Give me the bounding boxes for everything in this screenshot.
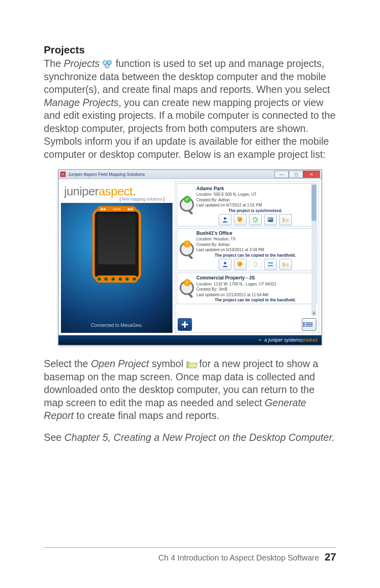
project-name: Commercial Property - JS [196, 275, 314, 281]
text: to create final maps and reports. [74, 410, 219, 421]
project-created-by: Created By: Adrian [196, 197, 314, 203]
handheld-device-icon: ◉◉mesa◉◉ [92, 208, 141, 281]
projects-word: Projects [64, 58, 102, 69]
footer-chapter: Ch 4 Introduction to Aspect Desktop Soft… [159, 553, 319, 562]
projects-icon [102, 60, 113, 69]
open-project-icon [186, 360, 196, 369]
tool-tag-button[interactable] [234, 259, 247, 270]
project-updated: Last updated on 6/7/2012 at 1:01 PM [196, 203, 314, 208]
paragraph-1: The Projects function is used to set up … [44, 57, 336, 161]
close-button[interactable]: ✕ [303, 171, 320, 178]
svg-point-8 [269, 218, 270, 220]
project-name: Bush41's Office [196, 230, 314, 236]
text: The [44, 58, 64, 69]
tool-person-button[interactable] [219, 259, 231, 270]
status-magnifier-icon: ! [179, 240, 193, 260]
scroll-down-button[interactable]: ▾ [311, 311, 316, 316]
minimize-button[interactable]: — [274, 171, 289, 178]
svg-marker-18 [272, 262, 273, 264]
project-info: Commercial Property - JSLocation: 1132 W… [196, 275, 314, 303]
tool-person-button[interactable] [219, 214, 231, 225]
logo-subtitle: field mapping solutions [122, 197, 163, 201]
tool-image-button[interactable] [264, 214, 277, 225]
text: symbol [149, 358, 186, 369]
right-pane: ✓Adams ParkLocation: 500 E 500 N, Logan,… [175, 181, 319, 333]
tool-tag-button[interactable] [234, 214, 247, 225]
device-panel: ◉◉mesa◉◉ Connected to MesaGeo. [61, 203, 172, 333]
manage-projects-word: Manage Projects [44, 97, 119, 108]
project-created-by: Created By: JimB [196, 287, 314, 292]
app-footer: ❧ a juniper systems product [59, 335, 321, 345]
paragraph-2: Select the Open Project symbol for a new… [44, 357, 336, 422]
open-project-word: Open Project [91, 358, 149, 369]
tool-sync-button[interactable] [264, 259, 277, 270]
logo-dot: . [133, 185, 136, 198]
svg-point-12 [224, 262, 226, 264]
svg-rect-23 [182, 324, 188, 325]
project-location: Location: Houston, TX [196, 236, 314, 242]
left-pane: juniperaspect. [ field mapping solutions… [61, 181, 172, 333]
project-status: The project can be copied to the handhel… [196, 297, 314, 303]
page-rule [44, 547, 336, 548]
tool-refresh-button[interactable] [249, 259, 262, 270]
project-card[interactable]: ✓Adams ParkLocation: 500 E 500 N, Logan,… [177, 183, 317, 226]
window-title: Juniper Aspect Field Mapping Solutions [68, 172, 274, 177]
scroll-thumb[interactable] [311, 185, 316, 221]
list-view-button[interactable] [302, 318, 316, 331]
svg-marker-21 [283, 264, 289, 267]
paragraph-3: See Chapter 5, Creating a New Project on… [44, 431, 336, 444]
footer-text: a juniper systems [264, 337, 302, 343]
maximize-button[interactable]: ▢ [289, 171, 303, 178]
logo-mid: aspect [99, 185, 133, 198]
page-footer: Ch 4 Introduction to Aspect Desktop Soft… [44, 551, 336, 563]
app-icon: A [60, 171, 66, 177]
project-location: Location: 1132 W. 1700 N., Logan, UT 843… [196, 281, 314, 287]
logo-bracket-r: ] [162, 197, 165, 201]
project-created-by: Created By: Adrian [196, 242, 314, 248]
svg-marker-19 [268, 265, 269, 267]
page-number: 27 [325, 551, 336, 563]
svg-marker-15 [253, 265, 255, 266]
connection-status: Connected to MesaGeo. [61, 323, 172, 328]
svg-point-2 [105, 64, 110, 68]
project-updated: Last updated on 5/10/2011 at 3:34 PM [196, 247, 314, 253]
scrollbar[interactable]: ▴ ▾ [311, 184, 316, 316]
svg-marker-11 [283, 219, 289, 222]
leaf-icon: ❧ [258, 337, 262, 343]
svg-point-5 [238, 218, 239, 219]
svg-marker-6 [253, 220, 255, 221]
section-heading: Projects [44, 44, 336, 56]
project-info: Bush41's OfficeLocation: Houston, TXCrea… [196, 230, 314, 270]
tool-open-button[interactable] [279, 214, 292, 225]
project-updated: Last updated on 12/13/2011 at 11:54 AM [196, 292, 314, 298]
chapter-ref: Chapter 5, Creating a New Project on the… [64, 432, 335, 443]
app-window: A Juniper Aspect Field Mapping Solutions… [58, 169, 322, 345]
project-status: The project can be copied to the handhel… [196, 253, 314, 258]
svg-point-3 [224, 217, 226, 220]
status-magnifier-icon: ! [179, 279, 193, 298]
add-project-button[interactable] [178, 318, 192, 331]
project-name: Adams Park [196, 185, 314, 192]
titlebar[interactable]: A Juniper Aspect Field Mapping Solutions… [59, 170, 321, 179]
svg-marker-25 [188, 363, 197, 368]
status-badge: ✓ [184, 196, 191, 203]
project-status: The project is synchronized. [196, 208, 314, 214]
project-info: Adams ParkLocation: 500 E 500 N, Logan, … [196, 185, 314, 225]
status-magnifier-icon: ✓ [179, 196, 193, 215]
svg-point-14 [238, 262, 239, 264]
device-brand: mesa [113, 207, 121, 211]
brand-logo: juniperaspect. [ field mapping solutions… [61, 181, 172, 201]
project-location: Location: 500 E 500 N, Logan, UT [196, 192, 314, 197]
tool-refresh-button[interactable] [249, 214, 262, 225]
tool-open-button[interactable] [279, 259, 292, 270]
logo-pre: juniper [64, 185, 99, 198]
text: Select the [44, 358, 91, 369]
project-card[interactable]: !Bush41's OfficeLocation: Houston, TXCre… [177, 228, 317, 271]
project-card[interactable]: !Commercial Property - JSLocation: 1132 … [177, 273, 317, 304]
text: See [44, 432, 64, 443]
project-list: ✓Adams ParkLocation: 500 E 500 N, Logan,… [177, 183, 317, 304]
footer-accent: product [302, 337, 317, 343]
